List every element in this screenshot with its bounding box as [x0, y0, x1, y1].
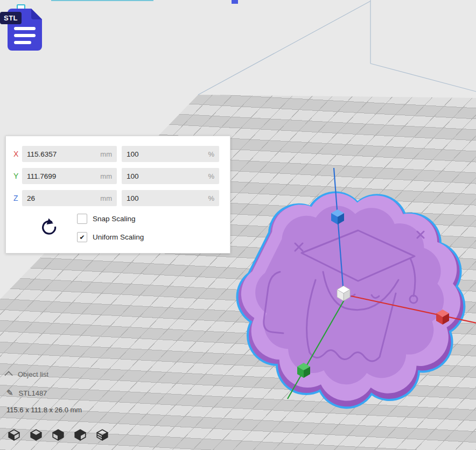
snap-scaling-row[interactable]: Snap Scaling — [77, 214, 144, 224]
scale-x-percent-field: % — [122, 146, 219, 162]
reset-icon — [40, 217, 58, 235]
scale-y-percent-field: % — [122, 168, 219, 184]
scale-row-x: X mm % — [13, 146, 222, 162]
scale-y-percent-input[interactable] — [122, 168, 219, 184]
build-volume-lines — [198, 0, 476, 95]
object-list-header[interactable]: Object list — [6, 370, 82, 378]
scale-row-y: Y mm % — [13, 168, 222, 184]
reset-scale-button[interactable] — [39, 217, 59, 236]
object-list-title: Object list — [18, 370, 48, 378]
object-dimensions: 115.6 x 111.8 x 26.0 mm — [6, 406, 82, 414]
view-cube-button-2[interactable] — [29, 428, 44, 443]
scale-y-mm-input[interactable] — [22, 168, 117, 184]
stl-file-logo: STL — [0, 4, 54, 54]
view-cube-button-5[interactable] — [95, 428, 110, 443]
view-cube-button-3[interactable] — [51, 428, 66, 443]
top-edge-chip — [232, 0, 238, 4]
view-cube-icon-2 — [29, 428, 43, 442]
scale-x-percent-input[interactable] — [122, 146, 219, 162]
view-cube-icon-1 — [7, 428, 21, 442]
object-list-item[interactable]: ✎ STL1487 — [6, 388, 82, 398]
pencil-icon: ✎ — [6, 388, 13, 398]
scale-z-mm-input[interactable] — [22, 190, 117, 206]
scale-y-mm-field: mm — [22, 168, 117, 184]
axis-x-label: X — [13, 150, 22, 158]
scale-z-percent-input[interactable] — [122, 190, 219, 206]
object-name: STL1487 — [19, 389, 47, 397]
slicer-app-window: { "stl_icon": { "label": "STL" }, "scale… — [0, 0, 476, 450]
top-edge-line — [51, 0, 153, 1]
uniform-scaling-checkbox[interactable]: ✔ — [77, 232, 87, 242]
view-cube-icon-4 — [73, 428, 87, 442]
scale-tool-panel: X mm % Y mm % Z mm % — [5, 136, 230, 254]
snap-scaling-label: Snap Scaling — [93, 215, 136, 223]
view-cube-button-4[interactable] — [73, 428, 88, 443]
snap-scaling-checkbox[interactable] — [77, 214, 87, 224]
view-mode-toolbar — [6, 428, 110, 443]
scale-options: Snap Scaling ✔ Uniform Scaling — [13, 213, 222, 242]
axis-y-label: Y — [13, 172, 22, 180]
uniform-scaling-label: Uniform Scaling — [93, 233, 144, 241]
view-cube-icon-3 — [51, 428, 65, 442]
uniform-scaling-row[interactable]: ✔ Uniform Scaling — [77, 232, 144, 242]
model-mold[interactable] — [237, 193, 465, 408]
object-info-block: Object list ✎ STL1487 115.6 x 111.8 x 26… — [6, 370, 82, 414]
axis-z-label: Z — [13, 194, 22, 202]
scale-x-mm-field: mm — [22, 146, 117, 162]
stl-badge: STL — [0, 12, 22, 24]
scaling-checkboxes: Snap Scaling ✔ Uniform Scaling — [77, 213, 144, 242]
scale-z-mm-field: mm — [22, 190, 117, 206]
view-cube-button-1[interactable] — [6, 428, 22, 443]
scale-x-mm-input[interactable] — [22, 146, 117, 162]
scale-z-percent-field: % — [122, 190, 219, 206]
view-cube-icon-5 — [95, 428, 109, 442]
scale-row-z: Z mm % — [13, 190, 222, 206]
